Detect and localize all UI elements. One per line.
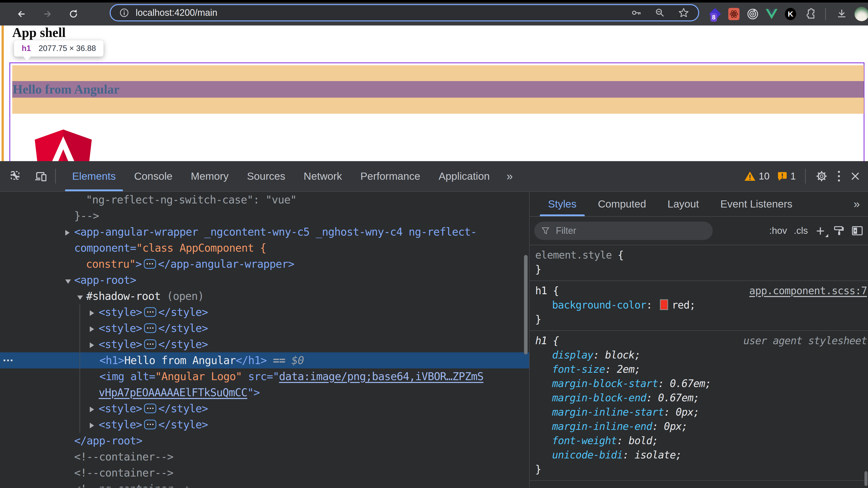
reload-button[interactable] bbox=[67, 8, 80, 20]
kagi-extension-icon[interactable]: K bbox=[784, 8, 797, 20]
dom-node[interactable]: }--> bbox=[0, 208, 529, 224]
toggle-sidebar-icon[interactable] bbox=[851, 225, 863, 236]
devtools-tab-memory[interactable]: Memory bbox=[182, 161, 238, 191]
back-button[interactable] bbox=[15, 8, 28, 20]
css-property[interactable]: margin-inline-start: 0px; bbox=[530, 405, 868, 419]
dom-text: <img alt= bbox=[99, 370, 155, 383]
expand-arrow-icon[interactable] bbox=[90, 336, 99, 353]
dom-node[interactable]: "ng-reflect-ng-switch-case": "vue" bbox=[0, 192, 529, 208]
dom-node[interactable]: </app-root> bbox=[0, 433, 529, 449]
color-swatch[interactable] bbox=[660, 299, 668, 310]
issues-icon[interactable]: 1 bbox=[777, 171, 796, 182]
inline-expand-icon[interactable] bbox=[144, 307, 156, 317]
password-manager-icon[interactable] bbox=[631, 7, 642, 18]
rendering-brush-icon[interactable] bbox=[833, 225, 844, 237]
angular-devtools-extension-icon[interactable]: 8 bbox=[709, 8, 721, 20]
styles-filter-input[interactable] bbox=[555, 225, 706, 236]
forward-button[interactable] bbox=[41, 8, 54, 20]
devtools-tab-performance[interactable]: Performance bbox=[351, 161, 429, 191]
css-property[interactable]: margin-block-end: 0.67em; bbox=[530, 391, 868, 405]
inline-expand-icon[interactable] bbox=[144, 259, 156, 269]
new-style-rule-button[interactable]: + bbox=[814, 223, 826, 238]
sidebar-tab-styles[interactable]: Styles bbox=[537, 192, 587, 216]
dom-scrollbar-thumb[interactable] bbox=[524, 255, 528, 355]
stylesheet-source-link[interactable]: app.component.scss:7 bbox=[749, 283, 867, 298]
dom-text: vHpA7pEOAAAAAElFTkSuQmCC bbox=[99, 386, 247, 399]
css-property[interactable]: background-color: red; bbox=[530, 298, 868, 312]
dom-text: #shadow-root bbox=[86, 290, 160, 302]
device-toolbar-icon[interactable] bbox=[34, 170, 48, 183]
inline-expand-icon[interactable] bbox=[144, 339, 156, 349]
devtools-tab-application[interactable]: Application bbox=[429, 161, 499, 191]
dom-node[interactable]: <app-root> bbox=[0, 272, 529, 288]
css-property[interactable]: display: block; bbox=[530, 348, 868, 362]
target-extension-icon[interactable] bbox=[747, 8, 759, 20]
toolbar-divider bbox=[825, 8, 826, 20]
expand-arrow-icon[interactable] bbox=[90, 401, 99, 417]
toggle-hover-state-button[interactable]: :hov bbox=[769, 225, 787, 236]
dom-node[interactable]: #shadow-root (open) bbox=[0, 288, 529, 304]
inline-expand-icon[interactable] bbox=[144, 420, 156, 429]
filter-funnel-icon bbox=[541, 226, 550, 235]
rule-selector-line[interactable]: user agent stylesheeth1 { bbox=[530, 334, 868, 348]
extensions-puzzle-icon[interactable] bbox=[803, 8, 815, 20]
devtools-tab-network[interactable]: Network bbox=[294, 161, 351, 191]
inspect-tooltip: h1 2077.75 × 36.88 bbox=[14, 40, 103, 57]
url-text[interactable]: localhost:4200/main bbox=[136, 7, 217, 18]
property-name: font-weight bbox=[552, 435, 617, 447]
expand-arrow-icon[interactable] bbox=[90, 304, 99, 320]
dom-text: $0 bbox=[291, 354, 304, 367]
style-rule: app.component.scss:7h1 {background-color… bbox=[530, 281, 868, 331]
css-property[interactable]: font-size: 2em; bbox=[530, 362, 868, 376]
inspect-element-icon[interactable] bbox=[9, 170, 23, 183]
sidebar-tab-event-listeners[interactable]: Event Listeners bbox=[710, 192, 803, 216]
inline-expand-icon[interactable] bbox=[144, 404, 156, 413]
dom-text: > bbox=[135, 258, 142, 270]
collapse-arrow-icon[interactable] bbox=[77, 288, 86, 304]
rule-selector-line[interactable]: app.component.scss:7h1 { bbox=[530, 283, 868, 298]
more-tabs-chevron[interactable]: » bbox=[499, 170, 520, 183]
css-property[interactable]: margin-inline-end: 0px; bbox=[530, 419, 868, 433]
more-options-icon[interactable] bbox=[836, 171, 842, 182]
devtools-tab-sources[interactable]: Sources bbox=[238, 161, 294, 191]
css-property[interactable]: font-weight: bold; bbox=[530, 433, 868, 448]
downloads-icon[interactable] bbox=[836, 8, 848, 20]
dom-text: src=" bbox=[242, 370, 279, 383]
bookmark-star-icon[interactable] bbox=[678, 7, 689, 19]
styles-scrollbar-thumb[interactable] bbox=[864, 471, 867, 486]
dom-node[interactable]: component="class AppComponent { bbox=[0, 240, 529, 256]
address-bar[interactable]: localhost:4200/main bbox=[110, 4, 699, 22]
vue-devtools-extension-icon[interactable] bbox=[766, 8, 778, 20]
dom-node[interactable]: <!--container--> bbox=[0, 449, 529, 465]
toggle-classes-button[interactable]: .cls bbox=[794, 225, 808, 236]
dom-node[interactable]: <!--container--> bbox=[0, 465, 529, 481]
inline-expand-icon[interactable] bbox=[144, 323, 156, 333]
dom-node[interactable]: <app-angular-wrapper _ngcontent-wny-c5 _… bbox=[0, 224, 529, 240]
zoom-out-icon[interactable] bbox=[654, 7, 665, 18]
dom-text: </style> bbox=[158, 338, 208, 350]
dom-node[interactable]: constru"></app-angular-wrapper> bbox=[0, 256, 529, 272]
site-info-icon[interactable] bbox=[119, 8, 129, 18]
react-devtools-extension-icon[interactable] bbox=[728, 8, 740, 20]
expand-arrow-icon[interactable] bbox=[65, 224, 74, 240]
css-property[interactable]: margin-block-start: 0.67em; bbox=[530, 376, 868, 391]
styles-filter[interactable] bbox=[534, 221, 713, 240]
warnings-icon[interactable]: 10 bbox=[744, 171, 770, 182]
css-property[interactable]: unicode-bidi: isolate; bbox=[530, 448, 868, 462]
collapse-arrow-icon[interactable] bbox=[65, 272, 74, 288]
dom-node[interactable]: <!--ng-container--> bbox=[0, 481, 529, 487]
expand-arrow-icon[interactable] bbox=[90, 417, 99, 433]
rule-selector-line[interactable]: element.style { bbox=[530, 248, 868, 262]
sidebar-more-tabs-chevron[interactable]: » bbox=[844, 192, 868, 216]
node-options-dots-icon[interactable] bbox=[4, 353, 12, 368]
settings-gear-icon[interactable] bbox=[815, 170, 828, 183]
sidebar-tab-layout[interactable]: Layout bbox=[657, 192, 710, 216]
profile-avatar[interactable] bbox=[855, 7, 868, 21]
expand-arrow-icon[interactable] bbox=[90, 320, 99, 336]
rule-selector: h1 bbox=[535, 285, 547, 297]
devtools-toolbar: ElementsConsoleMemorySourcesNetworkPerfo… bbox=[0, 161, 868, 192]
devtools-tab-elements[interactable]: Elements bbox=[63, 161, 125, 191]
sidebar-tab-computed[interactable]: Computed bbox=[587, 192, 657, 216]
devtools-tab-console[interactable]: Console bbox=[125, 161, 182, 191]
close-devtools-icon[interactable] bbox=[850, 171, 861, 182]
